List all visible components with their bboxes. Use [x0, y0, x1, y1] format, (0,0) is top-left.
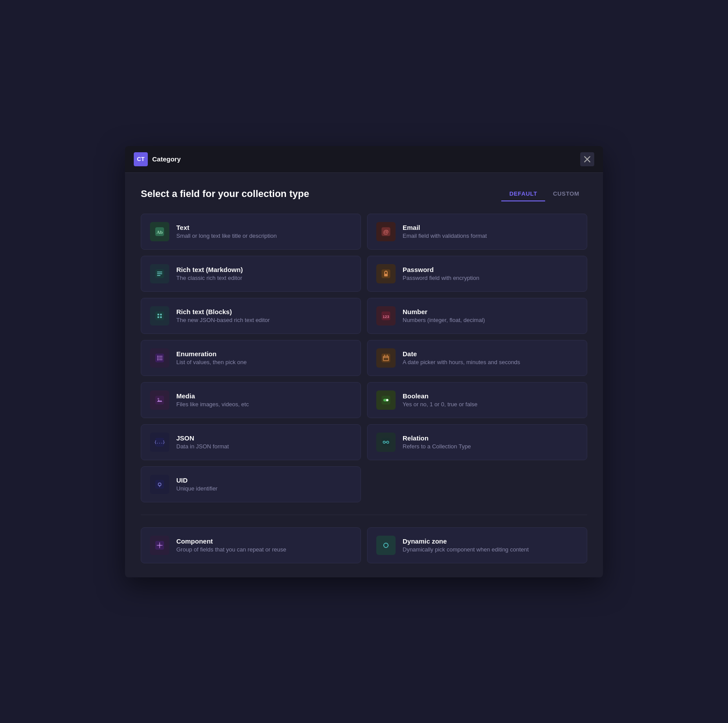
component-field-info: Component Group of fields that you can r… [176, 537, 352, 553]
modal: CT Category Select a field for your coll… [125, 146, 603, 577]
section-header: Select a field for your collection type … [141, 187, 587, 201]
relation-field-name: Relation [403, 434, 578, 442]
text-field-desc: Small or long text like title or descrip… [176, 233, 352, 239]
richtext-md-field-desc: The classic rich text editor [176, 275, 352, 281]
password-field-desc: Password field with encryption [403, 275, 578, 281]
tabs: DEFAULT CUSTOM [501, 187, 587, 201]
svg-rect-29 [155, 396, 164, 404]
json-field-info: JSON Data in JSON format [176, 434, 352, 450]
boolean-field-name: Boolean [403, 392, 578, 400]
field-card-media[interactable]: Media Files like images, videos, etc [141, 382, 361, 418]
number-icon-box: 123 [376, 306, 396, 326]
boolean-icon-box [376, 390, 396, 410]
number-field-name: Number [403, 308, 578, 315]
tab-default[interactable]: DEFAULT [501, 187, 545, 201]
text-field-info: Text Small or long text like title or de… [176, 224, 352, 239]
json-icon-box: {...} [150, 433, 169, 452]
field-card-component[interactable]: Component Group of fields that you can r… [141, 527, 361, 563]
relation-icon [380, 437, 392, 448]
svg-rect-12 [160, 314, 162, 315]
field-card-text[interactable]: Ab Text Small or long text like title or… [141, 214, 361, 250]
boolean-field-desc: Yes or no, 1 or 0, true or false [403, 401, 578, 408]
relation-icon-box [376, 433, 396, 452]
media-field-name: Media [176, 392, 352, 400]
email-icon: @ [380, 226, 392, 237]
password-icon-box [376, 264, 396, 283]
richtext-blocks-field-desc: The new JSON-based rich text editor [176, 317, 352, 323]
field-card-json[interactable]: {...} JSON Data in JSON format [141, 424, 361, 460]
field-card-number[interactable]: 123 Number Numbers (integer, float, deci… [367, 298, 587, 334]
header-title: Category [152, 155, 181, 163]
dynamic-icon-box [376, 536, 396, 555]
enumeration-field-name: Enumeration [176, 350, 352, 358]
modal-body: Select a field for your collection type … [125, 173, 603, 577]
enumeration-field-info: Enumeration List of values, then pick on… [176, 350, 352, 365]
number-field-info: Number Numbers (integer, float, decimal) [403, 308, 578, 323]
component-icon [154, 540, 165, 551]
close-icon [584, 156, 590, 162]
relation-field-desc: Refers to a Collection Type [403, 443, 578, 450]
uid-icon-box [150, 475, 169, 494]
svg-point-30 [157, 398, 159, 400]
richtext-blocks-icon-box [150, 306, 169, 326]
modal-header: CT Category [125, 146, 603, 173]
svg-point-18 [157, 355, 159, 357]
svg-text:Ab: Ab [157, 229, 163, 235]
text-icon: Ab [154, 226, 165, 237]
date-icon [380, 352, 392, 364]
richtext-md-icon [154, 268, 165, 279]
field-card-richtext-md[interactable]: Rich text (Markdown) The classic rich te… [141, 256, 361, 292]
svg-rect-10 [155, 311, 164, 320]
field-card-richtext-blocks[interactable]: Rich text (Blocks) The new JSON-based ri… [141, 298, 361, 334]
header-left: CT Category [134, 152, 181, 166]
enumeration-icon-box [150, 348, 169, 368]
relation-field-info: Relation Refers to a Collection Type [403, 434, 578, 450]
media-icon-box [150, 390, 169, 410]
media-field-info: Media Files like images, videos, etc [176, 392, 352, 408]
svg-rect-11 [157, 314, 159, 315]
password-icon [380, 268, 392, 279]
svg-rect-9 [384, 274, 388, 276]
media-icon [154, 394, 165, 406]
email-field-info: Email Email field with validations forma… [403, 224, 578, 239]
section-title: Select a field for your collection type [141, 188, 309, 200]
date-field-name: Date [403, 350, 578, 358]
fields-grid: Ab Text Small or long text like title or… [141, 214, 587, 502]
field-card-email[interactable]: @ Email Email field with validations for… [367, 214, 587, 250]
field-card-enumeration[interactable]: Enumeration List of values, then pick on… [141, 340, 361, 376]
field-card-boolean[interactable]: Boolean Yes or no, 1 or 0, true or false [367, 382, 587, 418]
tab-custom[interactable]: CUSTOM [545, 187, 587, 201]
field-card-date[interactable]: Date A date picker with hours, minutes a… [367, 340, 587, 376]
field-card-uid[interactable]: UID Unique identifier [141, 466, 361, 502]
richtext-blocks-field-name: Rich text (Blocks) [176, 308, 352, 315]
svg-rect-47 [382, 541, 390, 550]
bottom-grid: Component Group of fields that you can r… [141, 527, 587, 563]
json-field-desc: Data in JSON format [176, 443, 352, 450]
text-field-name: Text [176, 224, 352, 231]
field-card-dynamic-zone[interactable]: Dynamic zone Dynamically pick component … [367, 527, 587, 563]
enumeration-icon [154, 352, 165, 364]
richtext-md-icon-box [150, 264, 169, 283]
svg-point-33 [386, 399, 389, 401]
date-icon-box [376, 348, 396, 368]
boolean-field-info: Boolean Yes or no, 1 or 0, true or false [403, 392, 578, 408]
enumeration-field-desc: List of values, then pick one [176, 359, 352, 365]
field-card-password[interactable]: Password Password field with encryption [367, 256, 587, 292]
email-field-name: Email [403, 224, 578, 231]
field-card-relation[interactable]: Relation Refers to a Collection Type [367, 424, 587, 460]
media-field-desc: Files like images, videos, etc [176, 401, 352, 408]
svg-rect-40 [155, 480, 164, 489]
uid-icon [154, 479, 165, 490]
svg-text:123: 123 [382, 315, 389, 319]
email-icon-box: @ [376, 222, 396, 241]
svg-point-20 [157, 357, 159, 358]
boolean-icon [380, 394, 392, 406]
date-field-desc: A date picker with hours, minutes and se… [403, 359, 578, 365]
close-button[interactable] [580, 152, 594, 166]
svg-point-22 [157, 359, 159, 360]
svg-text:{...}: {...} [154, 440, 165, 444]
date-field-info: Date A date picker with hours, minutes a… [403, 350, 578, 365]
uid-field-name: UID [176, 476, 352, 484]
richtext-md-field-info: Rich text (Markdown) The classic rich te… [176, 266, 352, 281]
svg-text:@: @ [383, 229, 389, 235]
